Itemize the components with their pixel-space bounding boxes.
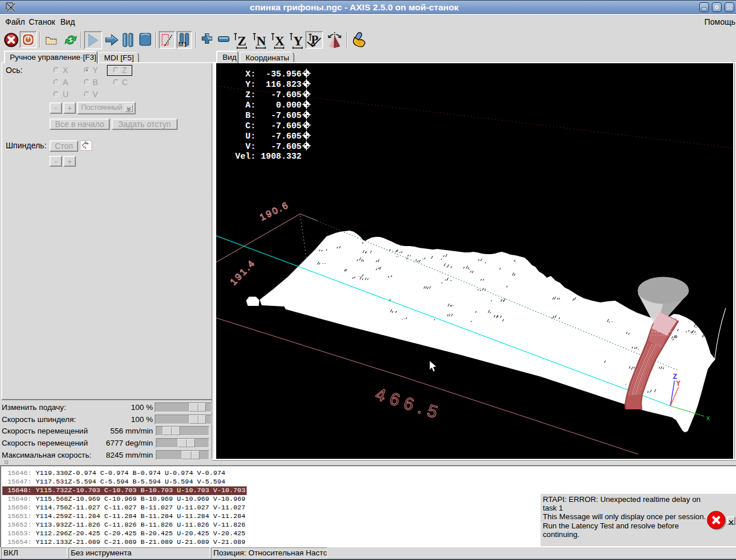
svg-text:Z: Z	[237, 34, 246, 48]
svg-text:x: x	[706, 415, 710, 423]
svg-text:M1: M1	[178, 41, 187, 47]
svg-text:N: N	[256, 34, 266, 48]
svg-text:Y: Y	[293, 34, 303, 48]
svg-text:X: X	[275, 34, 285, 48]
svg-text:Y: Y	[676, 380, 681, 388]
